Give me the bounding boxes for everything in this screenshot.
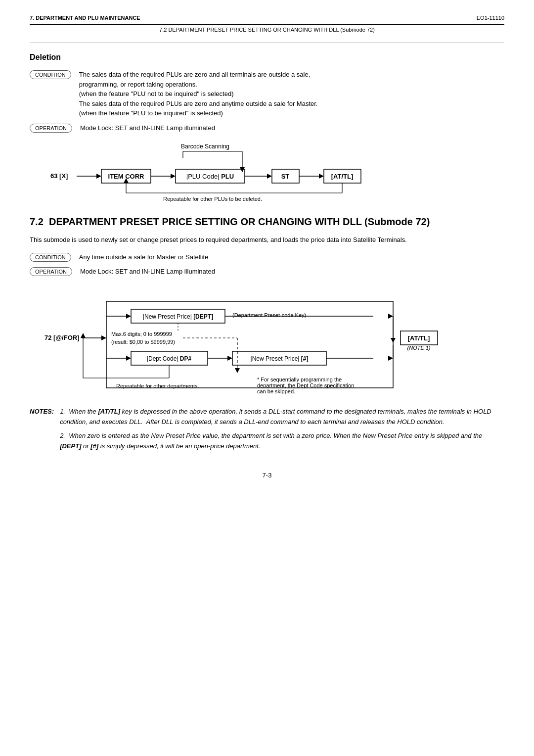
note-item-2: 2. When zero is entered as the New Prese… bbox=[60, 431, 504, 452]
svg-text:[AT/TL]: [AT/TL] bbox=[331, 173, 354, 180]
svg-text:|PLU Code| PLU: |PLU Code| PLU bbox=[186, 173, 234, 180]
svg-marker-38 bbox=[388, 314, 393, 319]
note-1-text: 1. When the [AT/TL] key is depressed in … bbox=[60, 407, 504, 427]
svg-marker-64 bbox=[81, 333, 86, 338]
section72-header: 7.2 DEPARTMENT PRESET PRICE SETTING OR C… bbox=[30, 215, 504, 228]
svg-marker-10 bbox=[171, 174, 176, 179]
page-footer: 7-3 bbox=[30, 472, 504, 479]
svg-text:department, the Dept Code spec: department, the Dept Code specification bbox=[257, 382, 354, 388]
notes-label: NOTES: bbox=[30, 407, 54, 417]
header-left: 7. DEPARTMENT AND PLU MAINTENANCE bbox=[30, 15, 140, 21]
notes-section: NOTES: 1. When the [AT/TL] key is depres… bbox=[30, 407, 504, 452]
header-right: EO1-11110 bbox=[477, 15, 504, 21]
svg-text:|New Preset Price| [DEPT]: |New Preset Price| [DEPT] bbox=[143, 313, 213, 320]
svg-text:|Dept Code| DP#: |Dept Code| DP# bbox=[147, 355, 192, 362]
svg-marker-19 bbox=[319, 174, 324, 179]
svg-text:can be skipped.: can be skipped. bbox=[257, 388, 295, 394]
section72-flow-svg: 72 [@/FOR] |New Preset Price| [DEPT] (De… bbox=[30, 282, 455, 395]
page-number: 7-3 bbox=[263, 472, 272, 479]
svg-marker-57 bbox=[388, 356, 393, 361]
svg-text:Max.6 digits;  0 to 999999: Max.6 digits; 0 to 999999 bbox=[111, 331, 172, 337]
condition-badge-1: CONDITION bbox=[30, 70, 71, 79]
svg-marker-13 bbox=[240, 167, 245, 172]
svg-text:Barcode Scanning: Barcode Scanning bbox=[181, 143, 229, 150]
header-subtitle: 7.2 DEPARTMENT PRESET PRICE SETTING OR C… bbox=[30, 27, 504, 33]
deletion-operation-row: OPERATION Mode Lock: SET and IN-LINE Lam… bbox=[30, 123, 504, 133]
svg-marker-29 bbox=[101, 335, 106, 340]
deletion-operation-text: Mode Lock: SET and IN-LINE Lamp illumina… bbox=[80, 123, 215, 133]
note-2-text: 2. When zero is entered as the New Prese… bbox=[60, 431, 504, 452]
svg-text:[AT/TL]: [AT/TL] bbox=[408, 334, 430, 342]
svg-text:ST: ST bbox=[281, 173, 290, 180]
section72-condition-text: Any time outside a sale for Master or Sa… bbox=[79, 252, 209, 262]
svg-text:(Department Preset-code Key): (Department Preset-code Key) bbox=[232, 312, 306, 318]
svg-marker-32 bbox=[126, 314, 131, 319]
svg-text:Repeatable for other PLUs to b: Repeatable for other PLUs to be deleted. bbox=[163, 196, 262, 202]
section72-operation-text: Mode Lock: SET and IN-LINE Lamp illumina… bbox=[80, 267, 215, 277]
svg-text:63 [X]: 63 [X] bbox=[50, 172, 68, 180]
svg-text:|New Preset Price| [#]: |New Preset Price| [#] bbox=[251, 355, 309, 362]
svg-text:72 [@/FOR]: 72 [@/FOR] bbox=[44, 334, 79, 341]
condition-badge-2: CONDITION bbox=[30, 253, 71, 262]
section72-title: 7.2 DEPARTMENT PRESET PRICE SETTING OR C… bbox=[30, 215, 504, 228]
deletion-condition-row: CONDITION The sales data of the required… bbox=[30, 70, 504, 118]
deletion-condition-text: The sales data of the required PLUs are … bbox=[79, 70, 318, 118]
section72-diagram: 72 [@/FOR] |New Preset Price| [DEPT] (De… bbox=[30, 282, 504, 397]
svg-text:*  For sequentially programmin: * For sequentially programming the bbox=[257, 377, 342, 382]
svg-marker-49 bbox=[126, 356, 131, 361]
deletion-flow-svg: Barcode Scanning 63 [X] ITEM CORR |PLU C… bbox=[30, 138, 435, 202]
notes-items: 1. When the [AT/TL] key is depressed in … bbox=[60, 407, 504, 452]
svg-marker-6 bbox=[96, 174, 101, 179]
note-item-1: 1. When the [AT/TL] key is depressed in … bbox=[60, 407, 504, 427]
operation-badge-2: OPERATION bbox=[30, 267, 72, 276]
svg-marker-60 bbox=[235, 368, 240, 373]
svg-text:(result: $0,00 to $9999,99): (result: $0,00 to $9999,99) bbox=[111, 339, 175, 345]
svg-marker-15 bbox=[267, 174, 272, 179]
deletion-diagram: Barcode Scanning 63 [X] ITEM CORR |PLU C… bbox=[30, 138, 504, 203]
svg-text:Repeatable for other departmen: Repeatable for other departments. bbox=[116, 383, 199, 389]
section72-condition-row: CONDITION Any time outside a sale for Ma… bbox=[30, 252, 504, 262]
operation-badge-1: OPERATION bbox=[30, 124, 72, 133]
page-header: 7. DEPARTMENT AND PLU MAINTENANCE EO1-11… bbox=[30, 15, 504, 25]
svg-text:(NOTE 1): (NOTE 1) bbox=[407, 345, 430, 351]
svg-marker-40 bbox=[391, 338, 396, 343]
section72-operation-row: OPERATION Mode Lock: SET and IN-LINE Lam… bbox=[30, 267, 504, 277]
deletion-title: Deletion bbox=[30, 53, 504, 62]
svg-marker-53 bbox=[227, 356, 232, 361]
notes-row-1: NOTES: 1. When the [AT/TL] key is depres… bbox=[30, 407, 504, 452]
section72-intro: This submode is used to newly set or cha… bbox=[30, 235, 504, 245]
